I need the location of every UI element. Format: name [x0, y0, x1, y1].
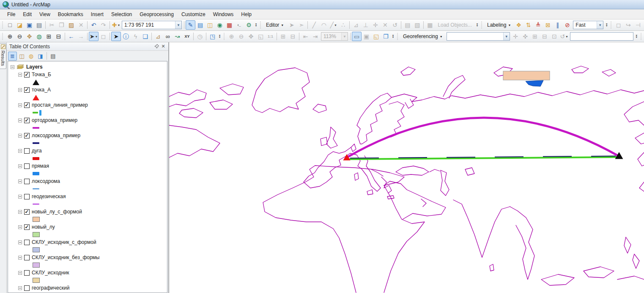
select-link-button[interactable]: ✜	[521, 32, 530, 41]
pan-button[interactable]: ✥	[25, 32, 34, 41]
layer-visibility-checkbox[interactable]: ✓	[24, 72, 30, 77]
collapse-expander-icon[interactable]	[18, 210, 22, 214]
delete-button[interactable]: ✕	[76, 20, 86, 30]
attributes-button[interactable]: ▤	[403, 20, 412, 30]
editor-menu-button[interactable]: Editor▼	[263, 20, 287, 30]
georeferencing-value-input[interactable]	[570, 32, 633, 41]
layers-group-row[interactable]: Layers	[11, 63, 167, 71]
layer-visibility-checkbox[interactable]	[24, 240, 30, 245]
create-features-button[interactable]: ▦	[425, 20, 435, 30]
layer-row[interactable]: географический	[11, 284, 167, 292]
find-route-button[interactable]: ↝	[173, 32, 182, 41]
layer-row[interactable]: прямая	[11, 162, 167, 170]
map-scale-combo[interactable]: 1:73 957 191▼	[122, 21, 182, 29]
data-driven-pages-button[interactable]: ❐	[381, 32, 391, 41]
page-zoom-combo[interactable]: 113%▼	[321, 32, 348, 41]
undo-button[interactable]: ↶	[89, 20, 99, 30]
toggle-draft-mode-button[interactable]: ▭	[352, 32, 362, 41]
layer-name-label[interactable]: простая_линия_пример	[32, 102, 88, 108]
toc-layer-tree[interactable]: Layers✓Точка_Б✓точка_А✓простая_линия_при…	[8, 61, 167, 293]
menu-file[interactable]: File	[3, 10, 19, 19]
go-to-xy-button[interactable]: XY	[182, 32, 192, 41]
select-vertices-button[interactable]: ◻	[614, 20, 623, 30]
collapse-expander-icon[interactable]	[18, 73, 22, 77]
forward-page-extent-button[interactable]: ⇥	[310, 32, 320, 41]
collapse-expander-icon[interactable]	[18, 256, 22, 260]
layer-symbol[interactable]	[33, 278, 40, 283]
go-forward-extent-button[interactable]: →	[76, 32, 86, 41]
layer-name-label[interactable]: СКЛУ_исходник_без_формы	[32, 254, 99, 260]
editor-toolbar-toggle-button[interactable]: ✎	[186, 20, 195, 30]
modelbuilder-button[interactable]: ⚙	[244, 20, 254, 30]
lock-labels-button[interactable]: ⊠	[543, 20, 553, 30]
find-button[interactable]: ∞	[163, 32, 173, 41]
load-objects-button[interactable]: Load Objects...	[435, 20, 475, 30]
toolbar-grip[interactable]	[610, 22, 612, 29]
layer-row[interactable]: локсодрома	[11, 177, 167, 185]
layer-visibility-checkbox[interactable]: ✓	[24, 118, 30, 123]
collapse-expander-icon[interactable]	[18, 195, 22, 199]
menu-insert[interactable]: Insert	[87, 10, 107, 19]
edit-tool-button[interactable]: ➤	[287, 20, 296, 30]
layer-visibility-checkbox[interactable]	[24, 285, 30, 291]
layer-row[interactable]: СКЛУ_исходник	[11, 269, 167, 276]
table-of-contents-window-button[interactable]: ▤	[195, 20, 205, 30]
sketch-properties-button[interactable]: ▧	[412, 20, 422, 30]
pause-labeling-button[interactable]: ∥	[553, 20, 562, 30]
rotate-georeferencing-button[interactable]: ↺▼	[559, 32, 569, 41]
python-window-button[interactable]: ›_	[234, 20, 244, 30]
layer-name-label[interactable]: дуга	[32, 148, 42, 154]
straight-segment-button[interactable]: ╱	[309, 20, 319, 30]
fixed-zoom-out-page-button[interactable]: ⊟	[288, 32, 298, 41]
redo-button[interactable]: ↷	[99, 20, 108, 30]
trace-tool-button[interactable]: ∴	[338, 20, 348, 30]
toolbar-overflow-button[interactable]: ▾▾	[604, 20, 609, 30]
copy-button[interactable]: ❐	[57, 20, 66, 30]
toolbar-overflow-button[interactable]: ▾▾	[391, 32, 395, 41]
collapse-expander-icon[interactable]	[18, 103, 22, 107]
toolbar-grip[interactable]	[223, 33, 225, 40]
label-weight-ranking-button[interactable]: ≜	[533, 20, 543, 30]
sketch-tool-button[interactable]: ╱▼	[329, 20, 338, 30]
move-vertex-button[interactable]: ↪	[623, 20, 633, 30]
viewer-window-button[interactable]: ◳	[208, 32, 217, 41]
layer-visibility-checkbox[interactable]: ✓	[24, 209, 30, 215]
layer-symbol[interactable]	[33, 204, 39, 205]
layer-row[interactable]: ✓новый_лу	[11, 223, 167, 231]
zoom-to-selected-link-button[interactable]: ⊞	[530, 32, 540, 41]
catalog-window-button[interactable]: ◉	[215, 20, 225, 30]
georeferencing-menu-button[interactable]: Georeferencing▼	[400, 32, 446, 41]
toolbar-grip[interactable]	[481, 22, 483, 29]
go-back-extent-button[interactable]: ←	[66, 32, 76, 41]
layer-name-label[interactable]: геодезическая	[32, 193, 66, 199]
fixed-zoom-in-button[interactable]: ⊞	[44, 32, 54, 41]
collapse-expander-icon[interactable]	[18, 119, 22, 122]
labeling-menu-button[interactable]: Labeling▼	[484, 20, 514, 30]
toolbar-grip[interactable]	[397, 33, 399, 40]
pan-page-button[interactable]: ✥	[246, 32, 256, 41]
georeferencing-layer-combo[interactable]: ▼	[447, 32, 510, 41]
layer-symbol[interactable]	[33, 127, 39, 129]
layer-row[interactable]: ✓Точка_Б	[11, 71, 167, 78]
zoom-in-button[interactable]: ⊕	[5, 32, 15, 41]
back-page-extent-button[interactable]: ⇤	[301, 32, 310, 41]
layer-row[interactable]: дуга	[11, 147, 167, 155]
time-slider-button[interactable]: ◷	[195, 32, 205, 41]
layer-symbol[interactable]	[33, 157, 39, 160]
menu-edit[interactable]: Edit	[19, 10, 36, 19]
print-button[interactable]: ▤	[34, 20, 44, 30]
stop-labeling-button[interactable]: ⊘	[562, 20, 572, 30]
endpoint-arc-button[interactable]: ◠	[319, 20, 329, 30]
layer-row[interactable]: геодезическая	[11, 193, 167, 200]
collapse-expander-icon[interactable]	[18, 240, 22, 244]
layer-name-label[interactable]: новый_лу_с_формой	[32, 209, 82, 215]
pin-icon[interactable]	[153, 43, 160, 50]
layer-visibility-checkbox[interactable]	[24, 194, 30, 199]
rotate-tool-button[interactable]: ✛	[370, 20, 380, 30]
new-document-button[interactable]: □	[5, 20, 15, 30]
zoom-in-page-button[interactable]: ⊕	[227, 32, 236, 41]
toolbar-grip[interactable]	[640, 33, 642, 40]
fixed-zoom-in-page-button[interactable]: ⊞	[278, 32, 288, 41]
list-by-source-button[interactable]: ◫	[17, 52, 26, 61]
toc-options-button[interactable]: ▤	[49, 52, 58, 61]
